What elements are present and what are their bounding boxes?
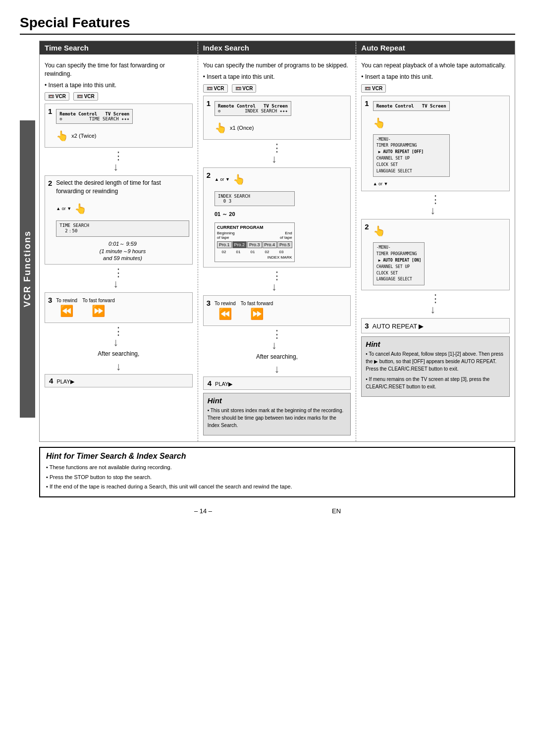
index-mark-label: INDEX MARK — [217, 255, 292, 260]
time-search-step2: 2 Select the desired length of time for … — [45, 175, 193, 265]
vcr-icon-3: 📼 VCR — [361, 84, 386, 93]
index-search-step2: 2 ▲ or ▼ 👆 INDEX SEARCH 0 3 — [203, 167, 351, 268]
index-search-devices: 📼 VCR 📼 VCR — [203, 84, 351, 93]
hand-icon-is1: 👆 — [214, 122, 227, 134]
ar-step1-menu: -MENU- TIMER PROGRAMMING ▶ AUTO REPEAT [… — [373, 134, 450, 177]
step4-num: 4 — [49, 377, 53, 385]
auto-repeat-header: Auto Repeat — [356, 41, 515, 54]
index-search-header: Index Search — [198, 41, 356, 54]
time-search-step3: 3 To rewind ⏪ To fast forward ⏩ — [45, 292, 193, 323]
step1-screen: Remote Control TV Screen ⊙ TIME SEARCH ✦… — [56, 109, 133, 124]
auto-repeat-desc: You can repeat playback of a whole tape … — [361, 61, 510, 70]
page-footer: – 14 – EN — [20, 507, 515, 515]
rewind-item: To rewind ⏪ — [56, 298, 77, 318]
ar-hint-line1: • To cancel Auto Repeat, follow steps [1… — [366, 350, 505, 373]
end-label: End of tape — [280, 231, 292, 240]
index-search-desc: You can specify the number of programs t… — [203, 61, 351, 70]
auto-repeat-step1: 1 Remote Control TV Screen 👆 -MENU- — [361, 96, 510, 192]
index-search-hint: Hint • This unit stores index mark at th… — [203, 393, 351, 435]
index-hint-title: Hint — [208, 396, 347, 405]
bottom-hint-line1: • These functions are not available duri… — [46, 463, 508, 472]
rewind-forward: To rewind ⏪ To fast forward ⏩ — [56, 298, 114, 318]
time-search-header: Time Search — [40, 41, 198, 54]
rewind-icon: ⏪ — [60, 305, 73, 318]
footer-text: – 14 – — [194, 507, 212, 515]
index-search-bullet1: • Insert a tape into this unit. — [203, 73, 351, 81]
ar-step1-screen-title: Remote Control TV Screen — [373, 101, 450, 111]
step2-time: 0:01～ 9:59(1 minute～9 hoursand 59 minute… — [56, 240, 189, 261]
is-after-searching: After searching, — [203, 353, 351, 361]
ar-arrow-1: ⋮↓ — [361, 194, 510, 216]
is-step1-num: 1 — [207, 99, 211, 108]
ar-arrow-2: ⋮↓ — [361, 293, 510, 315]
is-arrow-1: ⋮↓ — [203, 143, 351, 164]
is-step4-text: PLAY▶ — [215, 381, 232, 387]
ar-step1-num: 1 — [365, 99, 369, 108]
time-search-step4: 4 PLAY▶ — [45, 374, 193, 387]
index-search-step4: 4 PLAY▶ — [203, 377, 351, 390]
is-step2-screen: INDEX SEARCH 0 3 — [214, 191, 295, 206]
auto-repeat-section: Auto Repeat You can repeat playback of a… — [356, 41, 515, 441]
footer-right: EN — [332, 507, 341, 515]
arrow-2: ⋮↓ — [45, 268, 193, 289]
index-diagram: CURRENT PROGRAM Beginning of tape End of… — [214, 222, 295, 262]
time-search-section: Time Search You can specify the time for… — [40, 41, 198, 441]
bottom-hint-title: Hint for Timer Search & Index Search — [46, 452, 508, 461]
is-arrow-2: ⋮↓ — [203, 270, 351, 292]
is-forward-item: To fast forward ⏩ — [241, 301, 273, 321]
is-forward-label: To fast forward — [241, 301, 273, 306]
step2-desc: Select the desired length of time for fa… — [56, 179, 189, 196]
is-step2-range: 01 ～ 20 — [214, 211, 295, 218]
step2-num: 2 — [48, 179, 52, 187]
ar-hint-line2: • If menu remains on the TV screen at st… — [366, 376, 505, 390]
step3-num: 3 — [48, 296, 52, 304]
prog-num-row: 02 01 01 02 03 — [217, 250, 292, 254]
rewind-label: To rewind — [56, 298, 77, 303]
time-search-desc: You can specify the time for fast forwar… — [45, 61, 193, 78]
ar-hint-title: Hint — [366, 340, 505, 348]
vcr2-icon: 📼 VCR — [73, 92, 98, 101]
index-hint-text: • This unit stores index mark at the beg… — [208, 407, 347, 429]
index-search-step3: 3 To rewind ⏪ To fast forward ⏩ — [203, 295, 351, 326]
is-rewind-forward: To rewind ⏪ To fast forward ⏩ — [214, 301, 273, 321]
index-search-section: Index Search You can specify the number … — [198, 41, 357, 441]
sidebar-label: VCR Functions — [20, 120, 35, 418]
auto-repeat-bullet1: • Insert a tape into this unit. — [361, 73, 510, 81]
auto-repeat-step3: 3 AUTO REPEAT ▶ — [361, 318, 510, 333]
forward-icon: ⏩ — [92, 305, 105, 318]
arrow-4: ↓ — [45, 361, 193, 372]
index-search-step1: 1 Remote Control TV Screen ⊙ INDEX SEARC… — [203, 96, 351, 140]
step1-note: x2 (Twice) — [71, 133, 96, 139]
auto-repeat-step2: 2 👆 -MENU- TIMER PROGRAMMING ▶ AUTO REPE… — [361, 219, 510, 290]
is-arrow-4: ↓ — [203, 364, 351, 375]
is-step2-num: 2 — [207, 171, 211, 179]
time-search-devices: 📼 VCR 📼 VCR — [45, 92, 193, 101]
is-rewind-icon: ⏪ — [218, 308, 232, 321]
step1-num: 1 — [48, 107, 52, 115]
vcr3-icon: 📼 VCR — [232, 84, 257, 93]
auto-repeat-hint: Hint • To cancel Auto Repeat, follow ste… — [361, 336, 510, 397]
is-rewind-item: To rewind ⏪ — [214, 301, 236, 321]
prog-row: Pro.1 Pro.2 Pro.3 Pro.4 Pro.5 — [217, 241, 292, 248]
bottom-hint-line3: • If the end of the tape is reached duri… — [46, 483, 508, 491]
forward-label: To fast forward — [82, 298, 115, 303]
time-search-bullet1: • Insert a tape into this unit. — [45, 81, 193, 90]
ar-step2-menu: -MENU- TIMER PROGRAMMING ▶ AUTO REPEAT [… — [373, 242, 425, 285]
after-searching-label: After searching, — [45, 350, 193, 358]
is-step1-screen: Remote Control TV Screen ⊙ INDEX SEARCH … — [214, 101, 291, 116]
step2-screen: TIME SEARCH 2：50 — [56, 220, 189, 237]
hand-icon-ar1: 👆 — [373, 117, 385, 129]
page-title: Special Features — [20, 15, 515, 35]
bottom-hint-box: Hint for Timer Search & Index Search • T… — [39, 447, 515, 497]
bottom-hint-line2: • Press the STOP button to stop the sear… — [46, 473, 508, 482]
ar-step2-num: 2 — [365, 222, 369, 231]
arrow-1: ⋮↓ — [45, 151, 193, 172]
is-step3-num: 3 — [207, 299, 211, 307]
current-program-label: CURRENT PROGRAM — [217, 225, 292, 230]
forward-item: To fast forward ⏩ — [82, 298, 115, 318]
arrow-3: ⋮↓ — [45, 326, 193, 348]
is-forward-icon: ⏩ — [250, 308, 264, 321]
is-arrow-3: ⋮↓ — [203, 329, 351, 351]
ar-step3-num: 3 — [365, 322, 369, 330]
step4-text: PLAY▶ — [56, 378, 74, 384]
